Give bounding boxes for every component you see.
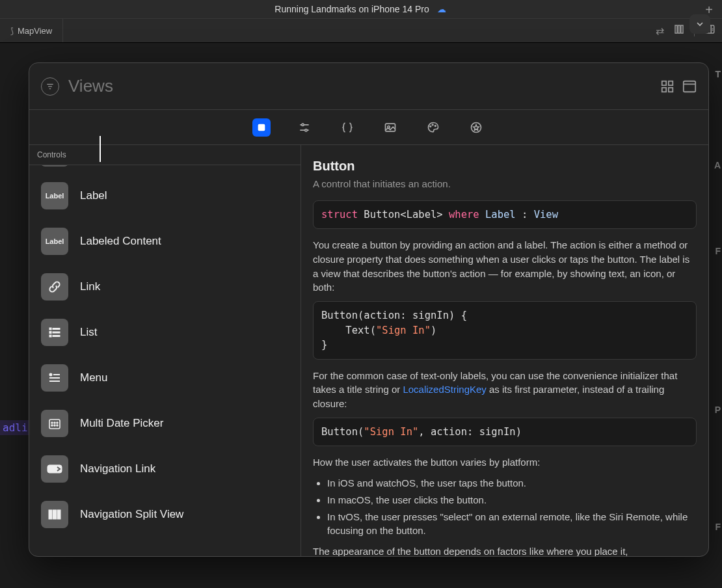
splitview-icon [41, 501, 68, 528]
grid-view-icon[interactable] [660, 79, 675, 94]
list-item-label: List [80, 326, 97, 339]
list-item[interactable]: Menu [29, 355, 301, 401]
link-icon [41, 273, 68, 301]
refresh-icon[interactable]: ⇄ [656, 25, 664, 37]
tab-label: MapView [18, 26, 52, 36]
hint-letter: P [715, 405, 721, 415]
category-snippets-icon[interactable] [338, 118, 356, 137]
window-titlebar: Running Landmarks on iPhone 14 Pro ☁ + [0, 0, 722, 18]
svg-rect-27 [49, 328, 51, 330]
svg-point-20 [305, 129, 307, 131]
detail-view-icon[interactable] [682, 79, 697, 94]
svg-rect-37 [49, 420, 60, 429]
hint-letter: F [715, 522, 721, 532]
editor-tab-bar: ⟆ MapView ⇄ [0, 18, 722, 43]
svg-point-43 [57, 425, 58, 426]
svg-rect-14 [684, 81, 695, 92]
tab-mapview[interactable]: ⟆ MapView [0, 19, 63, 42]
titlebar-text: Running Landmarks on iPhone 14 Pro [274, 4, 429, 14]
svg-rect-2 [681, 25, 683, 33]
cloud-status-icon: ☁ [436, 5, 448, 13]
library-dropdown-button[interactable] [689, 14, 710, 34]
detail-paragraph: For the common case of text-only labels,… [313, 369, 697, 411]
list-item-label: Labeled Content [80, 235, 161, 248]
svg-point-39 [54, 422, 55, 423]
list-item[interactable]: Navigation Link [29, 446, 301, 492]
list-item-label: Link [80, 280, 100, 293]
svg-point-42 [54, 425, 55, 426]
svg-rect-12 [662, 87, 666, 91]
svg-rect-16 [258, 124, 265, 131]
svg-rect-45 [49, 510, 52, 519]
detail-declaration: struct Button<Label> where Label : View [313, 200, 697, 229]
adjust-icon[interactable] [673, 23, 685, 38]
list-item[interactable]: Link [29, 264, 301, 310]
localizedstringkey-link[interactable]: LocalizedStringKey [403, 384, 486, 395]
label-icon: Label [41, 182, 68, 209]
detail-paragraph: The appearance of the button depends on … [313, 544, 697, 556]
list-item[interactable]: List [29, 310, 301, 355]
svg-rect-32 [53, 336, 60, 337]
search-caret [100, 136, 101, 162]
detail-code-example-1: Button(action: signIn) { Text("Sign In")… [313, 301, 697, 359]
list-icon [41, 319, 68, 346]
list-item-label: Navigation Split View [80, 508, 183, 521]
svg-point-40 [57, 422, 58, 423]
svg-point-41 [51, 425, 53, 426]
svg-rect-29 [49, 332, 51, 334]
hint-letter: F [715, 246, 721, 256]
category-color-icon[interactable] [424, 118, 442, 137]
svg-rect-47 [57, 510, 60, 519]
list-item-label: Group Box [80, 165, 133, 166]
svg-point-25 [435, 125, 436, 126]
svg-point-38 [51, 422, 53, 423]
detail-subtitle: A control that initiates an action. [313, 177, 697, 191]
svg-rect-30 [53, 332, 60, 333]
swift-file-icon: ⟆ [10, 26, 14, 36]
list-item-label: Navigation Link [80, 462, 155, 475]
list-item-label: Multi Date Picker [80, 417, 163, 430]
category-views-icon[interactable] [252, 118, 271, 137]
svg-point-23 [430, 126, 431, 127]
list-item[interactable]: Group Box [29, 165, 301, 173]
svg-point-33 [50, 374, 52, 376]
detail-title: Button [313, 157, 697, 176]
svg-rect-10 [662, 81, 666, 85]
svg-rect-31 [49, 335, 51, 337]
editor-code-fragment: adli [0, 420, 31, 435]
library-header [29, 63, 708, 110]
library-search-input[interactable] [68, 74, 651, 99]
svg-rect-11 [669, 81, 673, 85]
groupbox-icon [41, 165, 68, 167]
library-category-tabs [29, 110, 708, 145]
right-margin-hints: T A F P F [713, 38, 722, 588]
detail-platform-list: In iOS and watchOS, the user taps the bu… [327, 476, 697, 538]
detail-code-example-2: Button("Sign In", action: signIn) [313, 418, 697, 446]
list-item[interactable]: Label Label [29, 173, 301, 219]
datepicker-icon [41, 410, 68, 437]
hint-letter: A [714, 160, 721, 170]
hint-letter: T [715, 69, 721, 79]
library-view-toggle [660, 79, 697, 94]
sidebar-list[interactable]: Group Box Label Label Label Labeled Cont… [29, 165, 301, 556]
list-item[interactable]: Navigation Split View [29, 492, 301, 537]
navlink-icon [41, 455, 68, 483]
category-symbols-icon[interactable] [467, 118, 485, 137]
sidebar-section-header: Controls [29, 145, 301, 165]
filter-icon[interactable] [41, 77, 59, 96]
library-body: Controls Group Box Label Label Label Lab… [29, 145, 708, 556]
svg-rect-46 [53, 510, 57, 519]
svg-rect-1 [678, 25, 680, 33]
svg-point-18 [302, 124, 304, 126]
svg-rect-13 [669, 87, 673, 91]
list-bullet: In tvOS, the user presses "select" on an… [327, 510, 697, 539]
list-item-label: Label [80, 189, 107, 202]
library-detail[interactable]: Button A control that initiates an actio… [301, 145, 708, 556]
list-item[interactable]: Label Labeled Content [29, 219, 301, 264]
category-media-icon[interactable] [381, 118, 399, 137]
list-item[interactable]: Multi Date Picker [29, 401, 301, 446]
label-icon: Label [41, 228, 68, 255]
category-modifiers-icon[interactable] [295, 118, 314, 137]
library-sidebar: Controls Group Box Label Label Label Lab… [29, 145, 301, 556]
library-popover: Controls Group Box Label Label Label Lab… [29, 62, 709, 557]
